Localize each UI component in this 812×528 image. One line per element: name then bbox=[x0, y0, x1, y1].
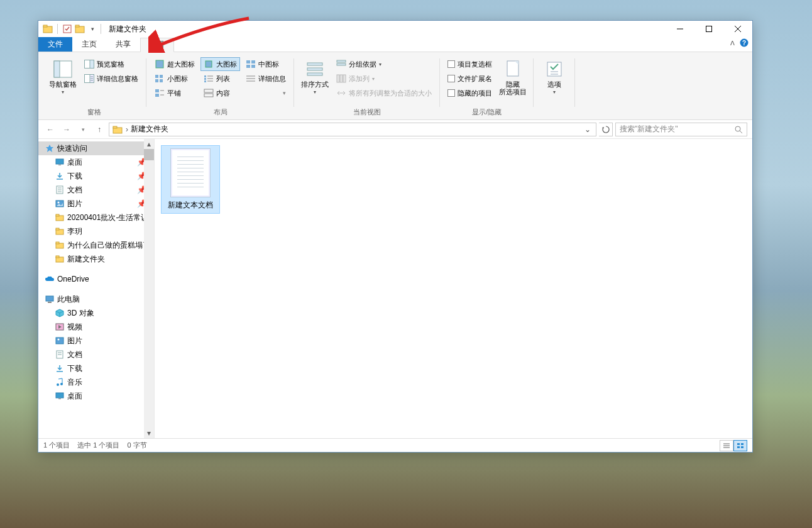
sidebar-item-quick-access[interactable]: 快速访问 bbox=[38, 141, 154, 155]
properties-icon[interactable] bbox=[62, 23, 73, 35]
details-pane-button[interactable]: 详细信息窗格 bbox=[81, 72, 141, 85]
size-columns-button[interactable]: 将所有列调整为合适的大小 bbox=[333, 86, 435, 100]
breadcrumb-dropdown[interactable]: ⌄ bbox=[582, 125, 593, 134]
navigation-pane-button[interactable]: 导航窗格 ▾ bbox=[47, 57, 79, 97]
sidebar-item-folder4[interactable]: 新建文件夹 bbox=[38, 252, 154, 266]
svg-rect-102 bbox=[737, 443, 740, 445]
body: ▴ ▾ 快速访问 桌面 📌 下载 📌 bbox=[38, 139, 752, 438]
minimize-button[interactable] bbox=[666, 21, 694, 37]
sidebar-item-pictures[interactable]: 图片 📌 bbox=[38, 197, 154, 211]
svg-rect-35 bbox=[204, 80, 206, 82]
pictures-icon bbox=[55, 336, 65, 346]
add-columns-icon bbox=[336, 74, 346, 84]
sidebar-item-desktop2[interactable]: 桌面 bbox=[38, 389, 154, 403]
chevron-right-icon[interactable]: › bbox=[124, 125, 129, 134]
sidebar-item-pictures2[interactable]: 图片 bbox=[38, 334, 154, 348]
sidebar-item-onedrive[interactable]: OneDrive bbox=[38, 272, 154, 286]
tab-view[interactable]: 查看 bbox=[140, 38, 174, 52]
ribbon-group-show-hide: 项目复选框 文件扩展名 隐藏的项目 隐藏 所选项目 bbox=[440, 55, 534, 119]
layout-small-button[interactable]: 小图标 bbox=[151, 72, 198, 85]
cube-icon bbox=[55, 308, 65, 318]
sidebar-item-desktop[interactable]: 桌面 📌 bbox=[38, 155, 154, 169]
view-details-toggle[interactable] bbox=[720, 440, 733, 451]
tab-file[interactable]: 文件 bbox=[38, 37, 72, 52]
svg-rect-2 bbox=[43, 25, 47, 27]
folder-icon bbox=[55, 254, 65, 264]
svg-rect-80 bbox=[56, 242, 59, 244]
maximize-button[interactable] bbox=[694, 21, 723, 37]
layout-details-button[interactable]: 详细信息 bbox=[243, 72, 289, 85]
qat-dropdown-icon[interactable]: ▾ bbox=[87, 23, 98, 35]
scrollbar[interactable] bbox=[144, 139, 154, 438]
recent-dropdown[interactable]: ▾ bbox=[76, 123, 90, 136]
hide-selected-button[interactable]: 隐藏 所选项目 bbox=[497, 57, 529, 97]
desktop-icon bbox=[55, 157, 65, 167]
sidebar-item-documents[interactable]: 文档 📌 bbox=[38, 183, 154, 197]
sidebar-item-documents2[interactable]: 文档 bbox=[38, 348, 154, 361]
ribbon-group-panes: 导航窗格 ▾ 预览窗格 详细信息窗格 窗格 bbox=[42, 55, 146, 119]
svg-point-96 bbox=[60, 383, 63, 385]
sidebar-item-folder1[interactable]: 20200401批次-生活常识-m bbox=[38, 211, 154, 224]
sidebar-item-downloads[interactable]: 下载 📌 bbox=[38, 169, 154, 183]
scroll-down-icon[interactable]: ▾ bbox=[144, 428, 154, 438]
sidebar-item-downloads2[interactable]: 下载 bbox=[38, 361, 154, 375]
sidebar-item-folder2[interactable]: 李玥 bbox=[38, 224, 154, 238]
search-input[interactable]: 搜索"新建文件夹" bbox=[615, 123, 747, 136]
sort-by-button[interactable]: 排序方式 ▾ bbox=[299, 57, 331, 97]
breadcrumb-item[interactable]: 新建文件夹 bbox=[131, 124, 168, 135]
folder-icon bbox=[55, 212, 65, 223]
qat-folder-icon[interactable] bbox=[74, 23, 85, 35]
details-icon bbox=[246, 74, 256, 84]
ribbon-collapse-icon[interactable]: ᐱ bbox=[730, 40, 735, 47]
preview-pane-button[interactable]: 预览窗格 bbox=[81, 57, 141, 71]
onedrive-icon bbox=[45, 274, 55, 284]
back-button[interactable]: ← bbox=[43, 123, 57, 136]
forward-button[interactable]: → bbox=[60, 123, 74, 136]
svg-rect-50 bbox=[337, 63, 346, 65]
documents-icon bbox=[55, 349, 65, 360]
layout-medium-button[interactable]: 中图标 bbox=[243, 57, 289, 71]
close-button[interactable] bbox=[723, 21, 752, 37]
layout-content-button[interactable]: 内容 bbox=[200, 86, 240, 100]
address-bar: ← → ▾ ↑ › 新建文件夹 ⌄ 搜索"新建文件夹" bbox=[38, 120, 752, 139]
add-columns-button[interactable]: 添加列 ▾ bbox=[333, 72, 435, 85]
scroll-up-icon[interactable]: ▴ bbox=[144, 139, 154, 149]
options-icon bbox=[544, 59, 564, 79]
file-list[interactable]: 新建文本文档 bbox=[155, 139, 752, 438]
hidden-items-checkbox[interactable]: 隐藏的项目 bbox=[445, 86, 495, 100]
up-button[interactable]: ↑ bbox=[92, 123, 106, 136]
svg-rect-37 bbox=[204, 89, 213, 92]
group-by-button[interactable]: 分组依据 ▾ bbox=[333, 57, 435, 71]
svg-rect-53 bbox=[343, 75, 346, 82]
refresh-button[interactable] bbox=[599, 123, 613, 136]
breadcrumb[interactable]: › 新建文件夹 ⌄ bbox=[109, 123, 596, 136]
layout-tiles-button[interactable]: 平铺 bbox=[151, 86, 198, 100]
sidebar-item-3d-objects[interactable]: 3D 对象 bbox=[38, 306, 154, 320]
view-icons-toggle[interactable] bbox=[733, 440, 747, 451]
scrollbar-thumb[interactable] bbox=[144, 149, 154, 160]
item-checkboxes-checkbox[interactable]: 项目复选框 bbox=[445, 57, 495, 71]
quick-access-toolbar: ▾ bbox=[40, 23, 98, 35]
svg-rect-84 bbox=[48, 302, 52, 303]
layout-more-button[interactable]: ▾ bbox=[243, 86, 289, 100]
svg-rect-52 bbox=[340, 75, 343, 82]
sidebar-item-videos[interactable]: 视频 bbox=[38, 320, 154, 334]
small-icons-icon bbox=[155, 74, 165, 84]
folder-icon bbox=[55, 240, 65, 250]
layout-large-button[interactable]: 大图标 bbox=[200, 57, 240, 71]
sidebar-item-music[interactable]: 音乐 bbox=[38, 375, 154, 389]
folder-icon bbox=[112, 124, 123, 135]
layout-extra-large-button[interactable]: 超大图标 bbox=[151, 57, 198, 71]
help-icon[interactable]: ? bbox=[740, 38, 749, 47]
ribbon-group-current-view: 排序方式 ▾ 分组依据 ▾ 添加列 ▾ bbox=[294, 55, 440, 119]
options-button[interactable]: 选项 ▾ bbox=[539, 57, 570, 97]
file-extensions-checkbox[interactable]: 文件扩展名 bbox=[445, 72, 495, 85]
group-label-panes: 窗格 bbox=[47, 106, 141, 119]
status-selected: 选中 1 个项目 bbox=[77, 441, 119, 450]
tab-share[interactable]: 共享 bbox=[106, 37, 140, 52]
sidebar-item-thispc[interactable]: 此电脑 bbox=[38, 292, 154, 306]
file-item[interactable]: 新建文本文档 bbox=[161, 145, 220, 214]
sidebar-item-folder3[interactable]: 为什么自己做的蛋糕塌了 bbox=[38, 238, 154, 252]
tab-home[interactable]: 主页 bbox=[72, 37, 106, 52]
layout-list-button[interactable]: 列表 bbox=[200, 72, 240, 85]
